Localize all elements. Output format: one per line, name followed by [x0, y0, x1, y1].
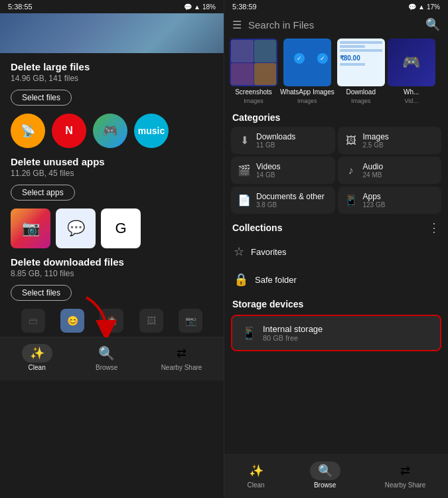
category-downloads[interactable]: ⬇ Downloads 11 GB	[231, 127, 335, 154]
delete-unused-apps-subtitle: 11.26 GB, 45 files	[11, 169, 213, 178]
nav-nearby-right[interactable]: ⇄ Nearby Share	[378, 459, 433, 491]
audible-icon: 📡	[11, 114, 45, 148]
browse-label-left: Browse	[96, 364, 117, 371]
delete-downloaded-files-title: Delete downloaded files	[11, 256, 213, 268]
search-bar: ☰ Search in Files 🔍	[224, 13, 448, 36]
category-apps[interactable]: 📱 Apps 123 GB	[338, 187, 442, 214]
nav-clean-left[interactable]: ✨ Clean	[15, 341, 59, 374]
collection-safe-folder[interactable]: 🔒 Safe folder	[224, 266, 448, 293]
category-documents[interactable]: 📄 Documents & other 3.8 GB	[231, 187, 335, 214]
thumb-misc[interactable]: 🎮 Wh... Vid...	[388, 39, 435, 104]
delete-unused-apps-section: Delete unused apps 11.26 GB, 45 files Se…	[0, 148, 224, 206]
categories-grid: ⬇ Downloads 11 GB 🖼 Images 2.5 GB 🎬 Vide…	[224, 125, 448, 215]
category-audio[interactable]: ♪ Audio 24 MB	[338, 157, 442, 184]
thumb-label-misc: Wh...	[404, 88, 419, 96]
music-icon: music	[134, 114, 169, 148]
browse-label-right: Browse	[314, 481, 336, 489]
storage-free: 80 GB free	[263, 334, 323, 342]
time-left: 5:38:55	[8, 3, 33, 11]
nearby-icon-left: ⇄	[172, 344, 190, 363]
nav-nearby-left[interactable]: ⇄ Nearby Share	[155, 341, 209, 374]
clean-label-right: Clean	[247, 481, 264, 489]
bottom-nav-left: ✨ Clean 🔍 Browse ⇄ Nearby Share	[0, 337, 224, 380]
status-bar-left: 5:38:55 💬 ▲ 18%	[0, 0, 224, 13]
file-icons-row: 📷 💬 G	[0, 206, 224, 248]
delete-unused-apps-title: Delete unused apps	[11, 156, 213, 167]
nav-browse-left[interactable]: 🔍 Browse	[89, 341, 124, 374]
battery-right: 17%	[427, 3, 440, 11]
delete-large-files-section: Delete large files 14.96 GB, 141 files S…	[0, 53, 224, 111]
nav-clean-right[interactable]: ✨ Clean	[240, 459, 272, 491]
thumbnails-row: Screenshots Images ✓ ✓ WhatsApp Images I…	[224, 36, 448, 107]
time-right: 5:38:59	[232, 3, 257, 11]
status-icons-left: 💬 ▲ 18%	[184, 3, 216, 11]
storage-name: Internal storage	[263, 324, 323, 334]
thumb-sublabel-download: Images	[351, 98, 371, 104]
documents-name: Documents & other	[256, 192, 325, 201]
hamburger-icon[interactable]: ☰	[232, 19, 242, 31]
select-apps-button[interactable]: Select apps	[11, 185, 75, 201]
instagram-file-icon: 📷	[11, 208, 50, 248]
hero-image	[0, 13, 224, 53]
images-size: 2.5 GB	[363, 141, 389, 149]
delete-large-files-subtitle: 14.96 GB, 141 files	[11, 74, 213, 83]
internal-storage-item[interactable]: 📱 Internal storage 80 GB free	[231, 315, 441, 351]
nearby-label-right: Nearby Share	[385, 481, 426, 489]
thumb-sublabel-misc: Vid...	[405, 98, 418, 104]
videos-icon: 🎬	[238, 164, 251, 177]
thumb-download[interactable]: ₹80.00 Download Images	[337, 39, 385, 104]
delete-large-files-title: Delete large files	[11, 61, 213, 72]
safe-folder-label: Safe folder	[255, 275, 297, 285]
app-icons-row: 📡 N 🎮 music	[0, 111, 224, 148]
apps-size: 123 GB	[363, 201, 386, 208]
whatsapp-icon-right: 💬	[408, 3, 416, 11]
downloads-name: Downloads	[256, 132, 295, 141]
thumb-whatsapp[interactable]: ✓ ✓ WhatsApp Images Images	[280, 39, 335, 104]
favorites-icon: ☆	[234, 244, 244, 259]
apps-icon: 📱	[344, 194, 358, 207]
images-name: Images	[363, 132, 389, 141]
thumb-box-misc: 🎮	[388, 39, 435, 86]
collection-favorites[interactable]: ☆ Favorites	[224, 238, 448, 266]
collections-title: Collections	[232, 222, 282, 233]
game-icon: 🎮	[93, 114, 127, 148]
downloads-icon: ⬇	[238, 134, 251, 147]
search-icon-right[interactable]: 🔍	[425, 17, 440, 32]
category-videos[interactable]: 🎬 Videos 14 GB	[231, 157, 335, 184]
hero-img-placeholder	[0, 13, 224, 53]
favorites-label: Favorites	[251, 247, 286, 257]
status-bar-right: 5:38:59 💬 ▲ 17%	[224, 0, 448, 13]
status-icons-right: 💬 ▲ 17%	[408, 3, 440, 11]
google-file-icon: G	[101, 208, 141, 248]
wifi-icon-right: ▲	[418, 3, 425, 11]
audio-icon: ♪	[344, 165, 358, 177]
thumb-box-download: ₹80.00	[337, 39, 385, 86]
netflix-icon: N	[52, 114, 86, 148]
gray-icon-4: 🖼	[139, 309, 163, 333]
clean-label-left: Clean	[29, 364, 46, 371]
collections-section-header: Collections ⋮	[224, 215, 448, 238]
select-files-button-2[interactable]: Select files	[11, 285, 72, 301]
thumb-label-download: Download	[346, 88, 375, 96]
thumb-screenshots[interactable]: Screenshots Images	[230, 39, 277, 104]
gray-icon-1: 🗃	[21, 309, 45, 333]
gray-icon-5: 📷	[179, 309, 202, 333]
thumb-sublabel-whatsapp: Images	[297, 98, 317, 104]
category-images[interactable]: 🖼 Images 2.5 GB	[338, 127, 442, 154]
nearby-icon-right: ⇄	[396, 461, 415, 480]
nav-browse-right[interactable]: 🔍 Browse	[303, 459, 347, 491]
delete-downloaded-files-section: Delete downloaded files 8.85 GB, 110 fil…	[0, 248, 224, 306]
select-files-button-1[interactable]: Select files	[11, 90, 72, 106]
more-options-icon[interactable]: ⋮	[428, 220, 440, 235]
clean-icon-left: ✨	[22, 344, 52, 363]
storage-device-icon: 📱	[242, 326, 256, 341]
thumb-label-whatsapp: WhatsApp Images	[280, 88, 335, 96]
search-text[interactable]: Search in Files	[248, 19, 419, 31]
delete-downloaded-files-subtitle: 8.85 GB, 110 files	[11, 269, 213, 278]
documents-icon: 📄	[238, 194, 251, 207]
whatsapp-icon-left: 💬	[184, 3, 192, 11]
storage-header: Storage devices	[224, 293, 448, 312]
apps-name: Apps	[363, 192, 386, 201]
browse-icon-left: 🔍	[98, 344, 116, 363]
right-panel: 5:38:59 💬 ▲ 17% ☰ Search in Files 🔍 Scre…	[224, 0, 448, 498]
